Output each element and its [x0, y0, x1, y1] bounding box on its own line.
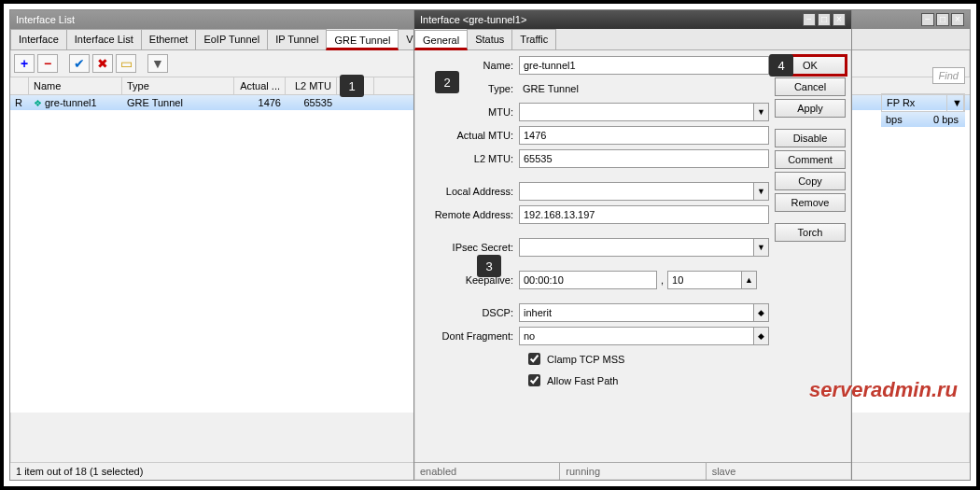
badge-4: 4 — [769, 54, 793, 77]
df-select-icon[interactable]: ◆ — [754, 327, 769, 345]
tab-gre-tunnel[interactable]: GRE Tunnel — [326, 30, 399, 50]
dialog-status: enabled running slave — [414, 462, 851, 480]
dlg-max-icon[interactable]: □ — [818, 13, 831, 26]
laddr-dropdown-icon[interactable]: ▼ — [754, 182, 769, 201]
field-actual-mtu: Actual MTU: 1476 — [420, 126, 769, 145]
field-dscp: DSCP: inherit ◆ — [420, 303, 769, 322]
tab-status[interactable]: Status — [467, 29, 512, 49]
col-name: Name — [29, 77, 122, 94]
comment-button-dlg[interactable]: Comment — [775, 150, 846, 169]
torch-button[interactable]: Torch — [775, 223, 846, 242]
enable-button[interactable]: ✔ — [69, 54, 90, 73]
dialog-tabs: General Status Traffic — [414, 29, 851, 50]
comment-button[interactable]: ▭ — [116, 54, 136, 73]
disable-button-dlg[interactable]: Disable — [775, 129, 846, 147]
close-icon[interactable]: × — [951, 13, 964, 26]
field-dont-fragment: Dont Fragment: no ◆ — [420, 327, 769, 345]
dlg-min-icon[interactable]: − — [803, 13, 816, 26]
field-l2mtu: L2 MTU: 65535 — [420, 149, 769, 168]
field-local-address: Local Address: ▼ — [420, 182, 769, 201]
add-button[interactable]: + — [14, 54, 35, 73]
field-type: Type: GRE Tunnel — [420, 79, 769, 98]
remove-button[interactable]: − — [37, 54, 58, 73]
dont-fragment-input[interactable]: no — [519, 327, 754, 345]
col-l2mtu: L2 MTU — [286, 77, 337, 94]
watermark: serveradmin.ru — [809, 378, 958, 402]
col-actual: Actual ... — [234, 77, 286, 94]
col-type: Type — [122, 77, 234, 94]
keepalive-count-input[interactable]: 10 — [667, 271, 742, 289]
extra-columns: FP Rx▼ bps0 bps — [881, 93, 965, 127]
l2mtu-input[interactable]: 65535 — [519, 149, 769, 168]
keepalive-time-input[interactable]: 00:00:10 — [519, 271, 657, 289]
interface-dialog: Interface <gre-tunnel1> − □ × General St… — [413, 9, 852, 481]
form: Name: gre-tunnel1 Type: GRE Tunnel MTU: … — [420, 56, 769, 393]
ipsec-dropdown-icon[interactable]: ▼ — [754, 238, 769, 257]
field-mtu: MTU: ▼ — [420, 103, 769, 121]
ipsec-input[interactable] — [519, 238, 754, 257]
tab-interface[interactable]: Interface — [10, 29, 67, 49]
field-remote-address: Remote Address: 192.168.13.197 — [420, 205, 769, 224]
remove-button-dlg[interactable]: Remove — [775, 193, 846, 212]
tab-general[interactable]: General — [414, 30, 468, 50]
mtu-dropdown-icon[interactable]: ▼ — [754, 103, 769, 121]
badge-1: 1 — [340, 75, 364, 97]
type-value: GRE Tunnel — [519, 79, 769, 98]
list-title: Interface List — [16, 14, 75, 25]
apply-button[interactable]: Apply — [775, 99, 846, 118]
dlg-close-icon[interactable]: × — [833, 13, 846, 26]
find-input[interactable]: Find — [932, 67, 965, 84]
dscp-input[interactable]: inherit — [519, 303, 754, 322]
dscp-select-icon[interactable]: ◆ — [754, 303, 769, 322]
mtu-input[interactable] — [519, 103, 754, 121]
tab-eoip[interactable]: EoIP Tunnel — [195, 29, 268, 49]
dialog-buttons: OK Cancel Apply Disable Comment Copy Rem… — [775, 56, 846, 393]
actual-mtu-input[interactable]: 1476 — [519, 126, 769, 145]
badge-2: 2 — [435, 71, 459, 93]
tab-traffic[interactable]: Traffic — [511, 29, 556, 49]
local-address-input[interactable] — [519, 182, 754, 201]
max-icon[interactable]: □ — [936, 13, 949, 26]
filter-button[interactable]: ▼ — [147, 54, 168, 73]
field-keepalive: Keepalive: 00:00:10 , 10 ▲ — [420, 271, 769, 289]
disable-button[interactable]: ✖ — [92, 54, 113, 73]
tab-interface-list[interactable]: Interface List — [66, 29, 142, 49]
tab-iptunnel[interactable]: IP Tunnel — [267, 29, 327, 49]
name-input[interactable]: gre-tunnel1 — [519, 56, 769, 75]
field-ipsec-secret: IPsec Secret: ▼ — [420, 238, 769, 257]
interface-icon: ❖ — [34, 98, 42, 108]
tab-ethernet[interactable]: Ethernet — [141, 29, 197, 49]
keepalive-up-icon[interactable]: ▲ — [742, 271, 757, 289]
dialog-title: Interface <gre-tunnel1> — [420, 14, 526, 25]
allow-fast-path-checkbox[interactable]: Allow Fast Path — [525, 371, 769, 389]
min-icon[interactable]: − — [921, 13, 934, 26]
field-name: Name: gre-tunnel1 — [420, 56, 769, 75]
badge-3: 3 — [477, 255, 501, 277]
cancel-button[interactable]: Cancel — [775, 77, 846, 96]
dialog-titlebar: Interface <gre-tunnel1> − □ × — [414, 10, 851, 29]
clamp-tcp-mss-checkbox[interactable]: Clamp TCP MSS — [525, 350, 769, 368]
copy-button[interactable]: Copy — [775, 172, 846, 190]
remote-address-input[interactable]: 192.168.13.197 — [519, 205, 769, 224]
